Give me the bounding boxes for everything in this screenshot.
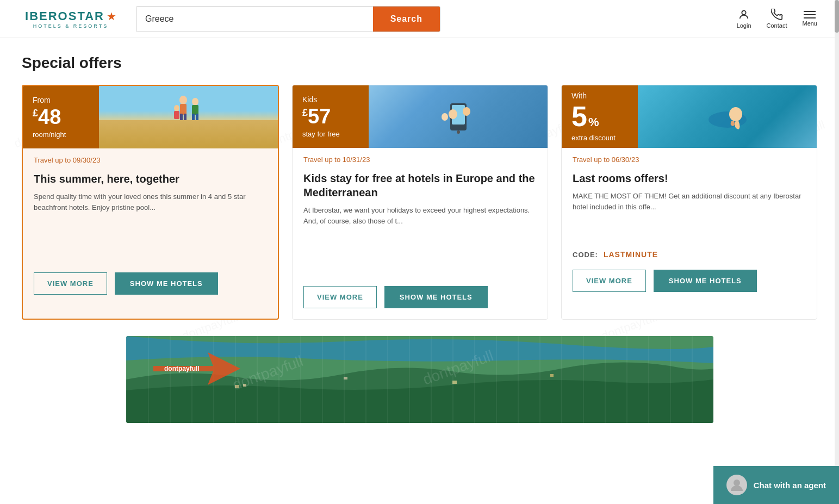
svg-rect-4 xyxy=(184,114,187,122)
code-value-3: LASTMINUTE xyxy=(604,250,658,259)
svg-point-15 xyxy=(463,107,470,116)
svg-rect-7 xyxy=(192,114,195,121)
show-hotels-button-3[interactable]: Show me hotels xyxy=(654,270,757,292)
header-icons: Login Contact Menu xyxy=(737,9,817,29)
badge-label-3: With xyxy=(571,91,628,100)
card-top-3: With 5 % extra discount xyxy=(562,85,817,148)
badge-percent-3: 5 xyxy=(571,102,587,130)
aerial-image: dontpayfull dontpayfull dontpayfull xyxy=(126,336,713,423)
svg-rect-2 xyxy=(180,104,187,115)
show-hotels-button-2[interactable]: Show me hotels xyxy=(384,286,488,308)
offer-card-3: With 5 % extra discount xyxy=(561,85,817,320)
card-title-1: This summer, here, together xyxy=(34,172,267,186)
code-label-3: CODE: xyxy=(573,251,598,259)
login-button[interactable]: Login xyxy=(737,9,751,29)
card-image-3 xyxy=(638,85,817,148)
card-title-3: Last rooms offers! xyxy=(573,171,806,185)
badge-sub-1: room/night xyxy=(33,130,89,139)
logo-subtitle: HOTELS & RESORTS xyxy=(33,23,108,29)
svg-rect-22 xyxy=(344,377,347,379)
svg-point-13 xyxy=(457,130,460,134)
contact-button[interactable]: Contact xyxy=(767,9,787,29)
badge-price-2: £57 xyxy=(302,106,359,127)
offer-card-1: From £48 room/night xyxy=(22,85,279,320)
logo-text: IBEROSTAR xyxy=(25,9,104,23)
card-badge-1: From £48 room/night xyxy=(23,86,99,148)
svg-point-14 xyxy=(449,109,457,119)
family-scene xyxy=(369,85,548,148)
card-buttons-2: VIEW MORE Show me hotels xyxy=(303,286,537,308)
card-desc-3: MAKE THE MOST OF THEM! Get an additional… xyxy=(573,191,806,212)
offer-card-2: Kids £57 stay for free xyxy=(292,85,548,320)
svg-rect-10 xyxy=(174,111,179,119)
card-desc-1: Spend quality time with your loved ones … xyxy=(34,191,267,213)
svg-point-9 xyxy=(174,105,179,111)
travel-date-2: Travel up to 10/31/23 xyxy=(303,155,537,164)
card-badge-2: Kids £57 stay for free xyxy=(293,85,369,148)
search-input[interactable] xyxy=(136,7,373,32)
view-more-button-1[interactable]: VIEW MORE xyxy=(34,272,107,295)
badge-sub-3: extra discount xyxy=(571,134,628,142)
svg-point-1 xyxy=(179,96,187,104)
card-body-2: Travel up to 10/31/23 Kids stay for free… xyxy=(293,148,548,319)
header: IBEROSTAR ★ HOTELS & RESORTS Search Logi… xyxy=(0,0,839,38)
card-code-row-3: CODE: LASTMINUTE xyxy=(573,250,806,259)
login-label: Login xyxy=(737,22,751,29)
svg-rect-3 xyxy=(180,114,183,122)
beach-scene xyxy=(99,86,278,148)
cards-row: From £48 room/night xyxy=(22,85,817,320)
chat-agent-button[interactable]: Chat with an agent xyxy=(713,466,839,504)
card-image-1 xyxy=(99,86,278,148)
card-image-2 xyxy=(369,85,548,148)
card-title-2: Kids stay for free at hotels in Europe a… xyxy=(303,171,537,200)
badge-label-1: From xyxy=(33,96,89,104)
main-content: dontpayfull dontpayfull dontpayfull dont… xyxy=(0,38,839,423)
percent-suffix-3: % xyxy=(588,115,599,129)
menu-button[interactable]: Menu xyxy=(802,11,817,27)
view-more-button-3[interactable]: VIEW MORE xyxy=(573,270,646,292)
price-prefix-1: £ xyxy=(33,108,38,119)
card-top-1: From £48 room/night xyxy=(23,86,278,148)
svg-rect-6 xyxy=(192,105,198,115)
svg-text:dontpayfull: dontpayfull xyxy=(164,365,200,372)
menu-label: Menu xyxy=(802,20,817,27)
contact-label: Contact xyxy=(767,22,787,29)
logo-star-icon: ★ xyxy=(107,10,116,23)
card-top-2: Kids £57 stay for free xyxy=(293,85,548,148)
chat-label: Chat with an agent xyxy=(754,481,826,490)
search-button[interactable]: Search xyxy=(373,7,440,32)
card-body-3: Travel up to 06/30/23 Last rooms offers!… xyxy=(562,148,817,303)
card-body-1: Travel up to 09/30/23 This summer, here,… xyxy=(23,148,278,306)
search-bar: Search xyxy=(136,6,440,32)
svg-rect-24 xyxy=(550,374,554,377)
pool-scene xyxy=(638,85,817,148)
svg-point-29 xyxy=(734,480,740,486)
card-desc-2: At Iberostar, we want your holidays to e… xyxy=(303,205,537,226)
svg-point-16 xyxy=(442,113,448,121)
svg-point-5 xyxy=(192,98,198,105)
svg-point-18 xyxy=(729,107,742,121)
view-more-button-2[interactable]: VIEW MORE xyxy=(303,286,377,308)
svg-rect-8 xyxy=(196,114,198,121)
show-hotels-button-1[interactable]: Show me hotels xyxy=(115,272,218,295)
card-buttons-1: VIEW MORE Show me hotels xyxy=(34,272,267,295)
card-buttons-3: VIEW MORE Show me hotels xyxy=(573,270,806,292)
svg-point-0 xyxy=(742,11,745,15)
card-badge-3: With 5 % extra discount xyxy=(562,85,638,148)
hamburger-icon xyxy=(804,11,816,18)
badge-sub-2: stay for free xyxy=(302,130,359,138)
svg-text:dontpayfull: dontpayfull xyxy=(420,347,495,388)
chat-avatar xyxy=(726,475,747,495)
price-prefix-2: £ xyxy=(302,107,308,118)
badge-price-1: £48 xyxy=(33,107,89,127)
badge-label-2: Kids xyxy=(302,95,359,104)
section-title: Special offers xyxy=(22,54,817,72)
svg-rect-23 xyxy=(452,381,457,384)
logo: IBEROSTAR ★ HOTELS & RESORTS xyxy=(22,9,120,29)
travel-date-3: Travel up to 06/30/23 xyxy=(573,155,806,164)
travel-date-1: Travel up to 09/30/23 xyxy=(34,156,267,164)
